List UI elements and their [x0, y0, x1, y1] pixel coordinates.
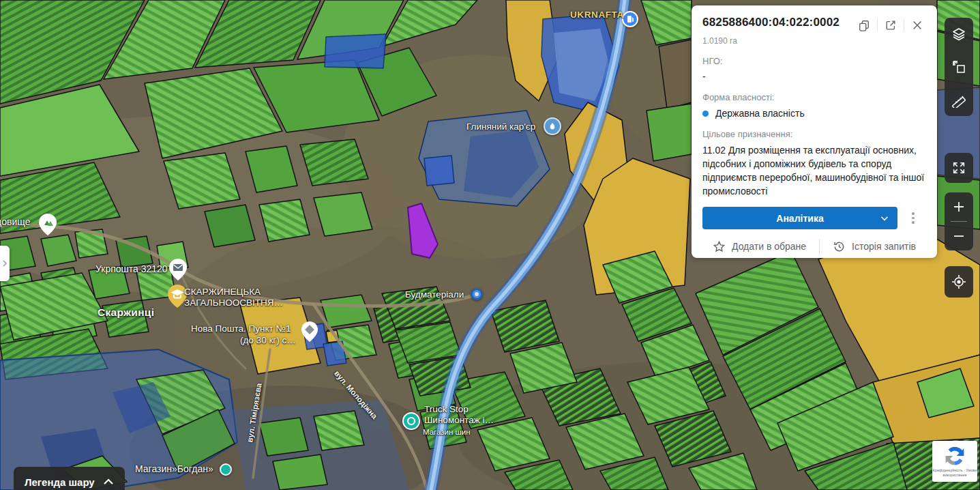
map-tools-group	[945, 18, 973, 116]
cadastral-number: 6825886400:04:022:0002	[702, 16, 855, 29]
layers-icon	[951, 26, 967, 42]
fullscreen-button[interactable]	[945, 153, 973, 183]
locate-group	[945, 266, 973, 298]
truck-stop-icon[interactable]	[402, 412, 420, 430]
recaptcha-terms-text: використання	[932, 473, 977, 478]
divider	[877, 19, 878, 31]
ownership-value: Державна власність	[715, 108, 805, 119]
bridge-point-icon[interactable]	[471, 288, 483, 300]
ruler-icon	[951, 91, 967, 108]
zoom-out-button[interactable]	[945, 222, 973, 250]
legend-label: Легенда шару	[25, 476, 95, 488]
locate-icon	[951, 274, 967, 290]
minus-icon	[952, 229, 966, 243]
ownership-dot	[702, 111, 709, 117]
query-history-link[interactable]: Історія запитів	[833, 240, 916, 253]
my-location-button[interactable]	[945, 266, 973, 298]
sidebar-expand-tab[interactable]	[0, 246, 10, 281]
add-to-favorites-link[interactable]: Додати в обране	[713, 240, 806, 253]
ownership-label: Форма власності:	[702, 92, 926, 102]
parcel-info-panel: 6825886400:04:022:0002 1.0190 га НГО: - …	[692, 5, 937, 258]
divider	[819, 239, 820, 254]
layer-legend-toggle[interactable]: Легенда шару	[14, 467, 125, 490]
shop-bohdan-icon[interactable]	[220, 463, 232, 476]
chevron-right-icon	[1, 259, 8, 268]
open-external-icon[interactable]	[882, 16, 900, 34]
school-pin-icon[interactable]	[166, 284, 188, 308]
quarry-water-icon[interactable]	[544, 117, 561, 135]
ngo-label: НГО:	[702, 56, 926, 66]
more-options-icon[interactable]	[909, 210, 917, 227]
chevron-up-icon	[103, 478, 114, 485]
chevron-down-icon	[878, 212, 891, 225]
history-label: Історія запитів	[852, 241, 916, 252]
purpose-value: 11.02 Для розміщення та експлуатації осн…	[702, 143, 926, 198]
ruler-button[interactable]	[945, 83, 973, 116]
measure-area-icon	[951, 59, 967, 75]
measure-area-button[interactable]	[945, 51, 973, 83]
star-icon	[713, 240, 726, 253]
fullscreen-group	[945, 153, 973, 183]
analytics-button[interactable]: Аналітика	[702, 207, 897, 229]
map-app: UKRNAFTA Глиняний кар'єр Кладовище Укрпо…	[0, 0, 980, 490]
gas-station-icon[interactable]	[622, 11, 638, 27]
cemetery-pin-icon[interactable]	[38, 213, 58, 236]
post-office-pin-icon[interactable]	[168, 258, 188, 281]
divider	[904, 19, 904, 31]
recaptcha-logo-icon	[944, 445, 966, 467]
close-icon[interactable]	[908, 16, 926, 34]
favorites-label: Додати в обране	[732, 241, 806, 252]
zoom-in-button[interactable]	[945, 192, 973, 221]
recaptcha-badge[interactable]: Конфіденційність - Умови використання	[932, 441, 977, 482]
plus-icon	[952, 200, 966, 214]
nova-poshta-pin-icon[interactable]	[300, 321, 319, 343]
layers-button[interactable]	[945, 18, 973, 51]
analytics-button-label: Аналітика	[776, 213, 823, 224]
recaptcha-privacy-text: Конфіденційність - Умови	[932, 468, 977, 473]
expand-icon	[951, 160, 966, 175]
ngo-value: -	[702, 71, 926, 82]
zoom-group	[945, 192, 973, 250]
copy-icon[interactable]	[855, 16, 873, 34]
purpose-label: Цільове призначення:	[702, 129, 926, 139]
parcel-area: 1.0190 га	[702, 36, 926, 46]
history-clock-icon	[833, 240, 846, 253]
